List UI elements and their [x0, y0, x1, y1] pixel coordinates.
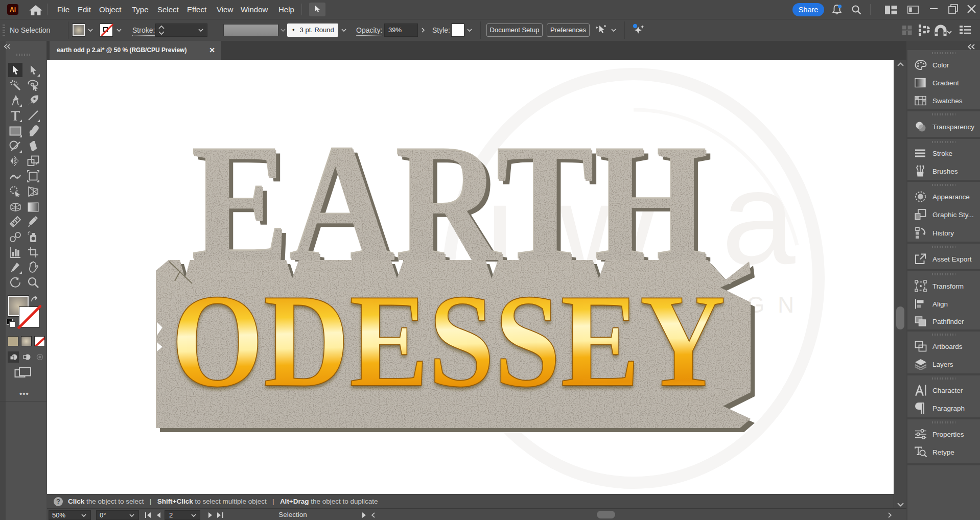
svg-text:ODESSEY: ODESSEY — [171, 267, 726, 415]
